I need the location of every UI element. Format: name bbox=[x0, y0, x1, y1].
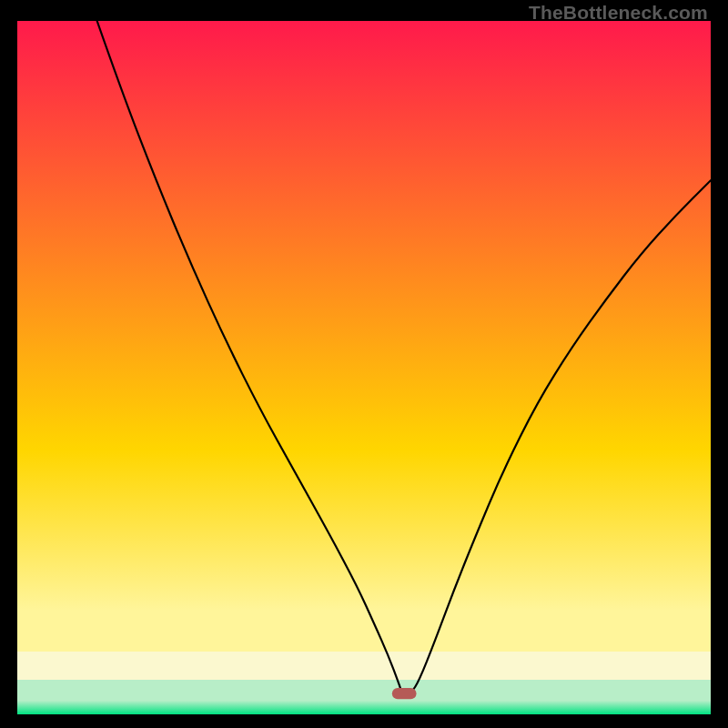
plot-area bbox=[17, 21, 711, 714]
chart-frame: TheBottleneck.com bbox=[0, 0, 728, 728]
gradient-background bbox=[17, 21, 711, 714]
bottleneck-chart-svg bbox=[17, 21, 711, 714]
optimal-point-pill bbox=[392, 688, 417, 699]
